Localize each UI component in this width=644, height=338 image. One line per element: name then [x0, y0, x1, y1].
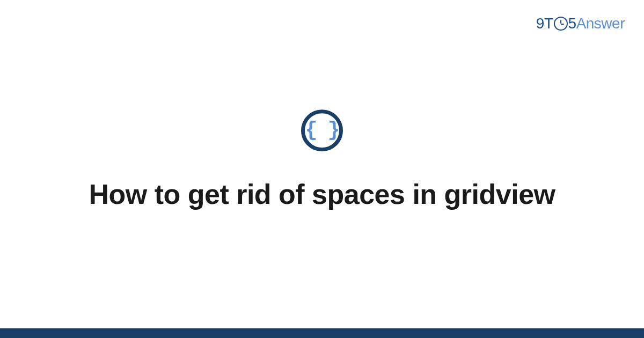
bottom-accent-bar [0, 328, 644, 338]
page-title: How to get rid of spaces in gridview [80, 177, 564, 212]
logo-text-answer: Answer [576, 15, 625, 32]
main-content: { } How to get rid of spaces in gridview [0, 109, 644, 212]
icon-container: { } [0, 109, 644, 151]
logo-text-5: 5 [568, 15, 576, 32]
code-braces-icon: { } [301, 109, 343, 151]
logo-text-9t: 9T [536, 15, 553, 32]
clock-icon [554, 17, 568, 31]
braces-glyph: { } [305, 120, 339, 141]
site-logo[interactable]: 9T 5 Answer [536, 15, 625, 32]
